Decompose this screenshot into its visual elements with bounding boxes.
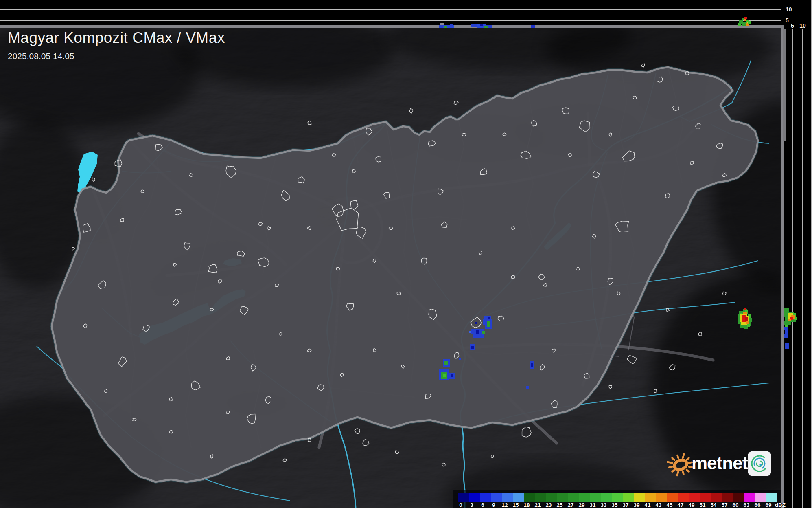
svg-text:33: 33 xyxy=(600,502,607,508)
dbz-legend: 0369121518212325272931333537394143454749… xyxy=(453,490,786,508)
top-axis-label-10: 10 xyxy=(786,6,792,13)
svg-text:51: 51 xyxy=(699,502,706,508)
map-frame-right-thick-segment xyxy=(783,29,786,141)
svg-text:47: 47 xyxy=(677,502,683,508)
map-frame-top xyxy=(0,25,783,28)
right-axis-label-10: 10 xyxy=(799,22,806,29)
svg-text:21: 21 xyxy=(534,502,541,508)
map-frame-right xyxy=(781,25,784,508)
svg-text:23: 23 xyxy=(545,502,552,508)
svg-text:29: 29 xyxy=(578,502,584,508)
svg-text:60: 60 xyxy=(732,502,738,508)
svg-text:45: 45 xyxy=(666,502,673,508)
svg-text:6: 6 xyxy=(481,502,484,508)
legend-color-scale xyxy=(458,493,777,502)
svg-text:35: 35 xyxy=(611,502,618,508)
svg-text:3: 3 xyxy=(470,502,473,508)
svg-text:41: 41 xyxy=(644,502,651,508)
top-axis-label-5: 5 xyxy=(786,17,789,24)
svg-text:15: 15 xyxy=(512,502,519,508)
svg-text:49: 49 xyxy=(688,502,694,508)
top-profile-panel xyxy=(0,0,783,25)
svg-text:63: 63 xyxy=(743,502,750,508)
metnet-app-icon xyxy=(748,451,771,476)
timestamp: 2025.08.05 14:05 xyxy=(8,51,225,61)
svg-text:9: 9 xyxy=(492,502,495,508)
svg-text:57: 57 xyxy=(721,502,727,508)
svg-text:69: 69 xyxy=(765,502,771,508)
svg-text:66: 66 xyxy=(754,502,761,508)
svg-text:dBZ: dBZ xyxy=(775,502,786,508)
svg-text:27: 27 xyxy=(567,502,573,508)
svg-text:54: 54 xyxy=(710,502,717,508)
page-title: Magyar Kompozit CMax / VMax xyxy=(8,29,225,46)
svg-text:0: 0 xyxy=(459,502,462,508)
radar-composite-page: 10 5 5 10 036912151821232527293133353739… xyxy=(0,0,812,508)
svg-text:18: 18 xyxy=(523,502,530,508)
right-axis-label-5: 5 xyxy=(791,22,794,29)
svg-text:37: 37 xyxy=(622,502,628,508)
svg-text:39: 39 xyxy=(633,502,639,508)
map-canvas[interactable]: 10 5 5 10 036912151821232527293133353739… xyxy=(0,0,812,508)
svg-text:31: 31 xyxy=(589,502,596,508)
svg-text:43: 43 xyxy=(655,502,662,508)
svg-text:25: 25 xyxy=(556,502,563,508)
svg-text:12: 12 xyxy=(501,502,508,508)
map-area xyxy=(0,0,812,508)
title-block: Magyar Kompozit CMax / VMax 2025.08.05 1… xyxy=(8,29,225,61)
metnet-logo-text: metnet xyxy=(692,453,748,473)
